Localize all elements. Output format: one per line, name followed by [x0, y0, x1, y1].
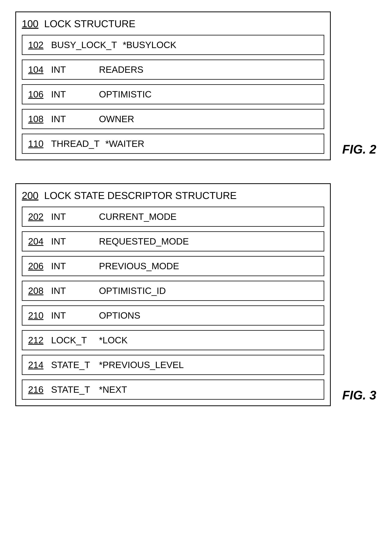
fig2-field-name-102: *BUSYLOCK: [123, 40, 176, 50]
fig3-field-row-202: 202 INT CURRENT_MODE: [22, 207, 324, 227]
fig2-field-id-106: 106: [28, 89, 45, 100]
fig3-field-row-204: 204 INT REQUESTED_MODE: [22, 231, 324, 252]
fig2-field-row-104: 104 INT READERS: [22, 60, 324, 80]
fig3-field-type-216: STATE_T: [51, 384, 93, 395]
fig2-field-type-108: INT: [51, 114, 93, 124]
fig3-field-id-202: 202: [28, 211, 45, 222]
fig2-field-name-106: OPTIMISTIC: [99, 89, 152, 100]
fig3-field-type-212: LOCK_T: [51, 335, 93, 345]
fig2-structure-title: 100 LOCK STRUCTURE: [22, 18, 324, 29]
fig3-field-id-208: 208: [28, 286, 45, 296]
fig3-section: 200 LOCK STATE DESCRIPTOR STRUCTURE 202 …: [15, 183, 377, 406]
fig3-field-name-210: OPTIONS: [99, 310, 140, 321]
fig2-section: 100 LOCK STRUCTURE 102 BUSY_LOCK_T *BUSY…: [15, 11, 377, 160]
fig2-field-row-108: 108 INT OWNER: [22, 109, 324, 129]
fig3-field-id-204: 204: [28, 236, 45, 247]
fig3-field-row-216: 216 STATE_T *NEXT: [22, 380, 324, 400]
fig2-field-type-110: THREAD_T: [51, 139, 100, 149]
fig3-structure-title: 200 LOCK STATE DESCRIPTOR STRUCTURE: [22, 190, 324, 201]
fig2-field-name-108: OWNER: [99, 114, 134, 124]
page-container: 100 LOCK STRUCTURE 102 BUSY_LOCK_T *BUSY…: [15, 11, 377, 406]
fig3-field-type-214: STATE_T: [51, 360, 93, 370]
fig2-field-id-110: 110: [28, 139, 45, 149]
fig3-field-name-204: REQUESTED_MODE: [99, 236, 189, 247]
fig3-field-type-206: INT: [51, 261, 93, 271]
fig2-structure-title-text: LOCK STRUCTURE: [44, 18, 136, 29]
fig3-field-type-204: INT: [51, 236, 93, 247]
fig2-field-id-108: 108: [28, 114, 45, 124]
fig2-field-id-104: 104: [28, 64, 45, 75]
fig3-field-name-206: PREVIOUS_MODE: [99, 261, 179, 271]
fig2-field-row-106: 106 INT OPTIMISTIC: [22, 84, 324, 104]
fig3-field-id-214: 214: [28, 360, 45, 370]
fig3-field-id-212: 212: [28, 335, 45, 345]
fig3-field-type-210: INT: [51, 310, 93, 321]
fig2-field-name-110: *WAITER: [105, 139, 144, 149]
fig3-field-row-214: 214 STATE_T *PREVIOUS_LEVEL: [22, 355, 324, 375]
fig2-field-type-102: BUSY_LOCK_T: [51, 40, 117, 50]
fig3-structure-id: 200: [22, 190, 38, 201]
fig3-field-row-208: 208 INT OPTIMISTIC_ID: [22, 281, 324, 301]
fig2-label: FIG. 2: [342, 142, 377, 157]
fig2-field-row-102: 102 BUSY_LOCK_T *BUSYLOCK: [22, 35, 324, 55]
fig3-field-name-216: *NEXT: [99, 384, 127, 395]
fig3-structure-box: 200 LOCK STATE DESCRIPTOR STRUCTURE 202 …: [15, 183, 331, 406]
fig3-field-name-202: CURRENT_MODE: [99, 211, 177, 222]
fig2-field-name-104: READERS: [99, 64, 143, 75]
fig3-field-name-212: *LOCK: [99, 335, 128, 345]
fig3-structure-title-text: LOCK STATE DESCRIPTOR STRUCTURE: [44, 190, 237, 201]
fig2-structure-box: 100 LOCK STRUCTURE 102 BUSY_LOCK_T *BUSY…: [15, 11, 331, 160]
fig3-field-name-214: *PREVIOUS_LEVEL: [99, 360, 184, 370]
fig3-field-type-208: INT: [51, 286, 93, 296]
fig3-field-row-210: 210 INT OPTIONS: [22, 305, 324, 325]
fig3-label: FIG. 3: [342, 388, 377, 402]
fig3-field-row-206: 206 INT PREVIOUS_MODE: [22, 256, 324, 276]
fig2-field-row-110: 110 THREAD_T *WAITER: [22, 134, 324, 154]
fig3-field-row-212: 212 LOCK_T *LOCK: [22, 330, 324, 350]
fig3-field-name-208: OPTIMISTIC_ID: [99, 286, 166, 296]
fig3-field-type-202: INT: [51, 211, 93, 222]
fig2-field-type-106: INT: [51, 89, 93, 100]
fig2-structure-id: 100: [22, 18, 38, 29]
fig2-field-type-104: INT: [51, 64, 93, 75]
fig3-field-id-206: 206: [28, 261, 45, 271]
fig3-field-id-216: 216: [28, 384, 45, 395]
fig2-field-id-102: 102: [28, 40, 45, 50]
fig3-field-id-210: 210: [28, 310, 45, 321]
